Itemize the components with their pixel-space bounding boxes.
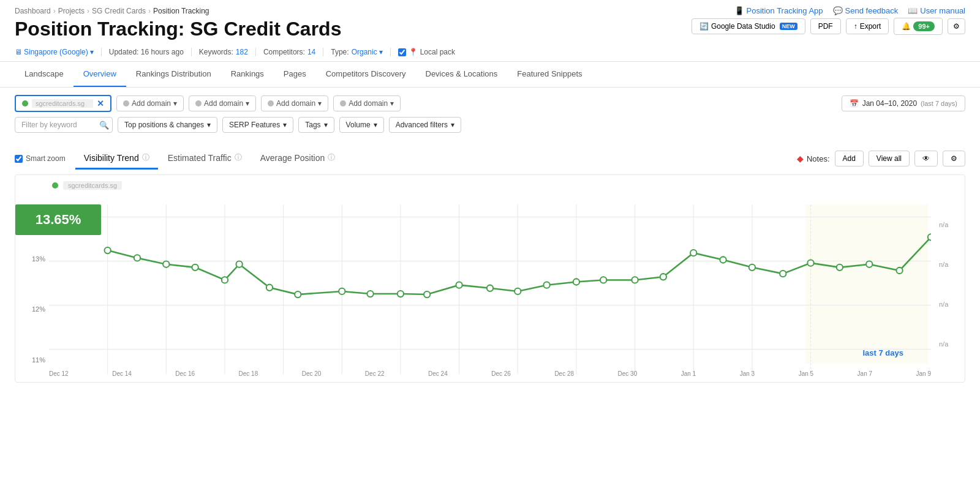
notes-label: ◆ Notes:: [797, 154, 830, 163]
serp-features-dropdown[interactable]: SERP Features ▾: [222, 117, 293, 133]
smart-zoom-checkbox[interactable]: [15, 155, 23, 163]
add-domain-dot-2: [195, 100, 202, 107]
breadcrumb-item-projects[interactable]: Projects: [58, 7, 85, 15]
top-actions: 📱 Position Tracking App 💬 Send feedback …: [734, 6, 965, 15]
tab-rankings[interactable]: Rankings: [221, 62, 274, 87]
pdf-button[interactable]: PDF: [810, 18, 841, 34]
y-label-13: 13%: [32, 255, 45, 263]
chart-tab-position[interactable]: Average Position ⓘ: [252, 148, 344, 170]
chart-tab-visibility[interactable]: Visibility Trend ⓘ: [75, 148, 158, 170]
notifications-button[interactable]: 🔔 99+: [894, 18, 943, 35]
tab-rankings-distribution[interactable]: Rankings Distribution: [126, 62, 221, 87]
settings-button[interactable]: ⚙: [948, 18, 965, 34]
chevron-down-icon-2: ▾: [246, 99, 249, 108]
volume-dropdown[interactable]: Volume ▾: [339, 117, 384, 133]
domain-remove-button[interactable]: ✕: [97, 99, 104, 108]
chevron-down-icon-4: ▾: [390, 99, 394, 108]
chart-tab-traffic[interactable]: Estimated Traffic ⓘ: [159, 148, 251, 170]
data-point: [134, 255, 140, 261]
chart-visibility-toggle[interactable]: 👁: [914, 151, 938, 166]
keyword-filter-wrap: 🔍: [15, 117, 113, 133]
add-domain-dot-1: [123, 100, 129, 107]
notes-add-button[interactable]: Add: [835, 151, 864, 166]
export-button[interactable]: ↑ Export: [846, 18, 889, 34]
x-label-jan3: Jan 3: [740, 370, 755, 377]
data-point: [896, 267, 902, 274]
position-info-icon[interactable]: ⓘ: [328, 152, 335, 163]
data-point: [222, 277, 228, 283]
tab-featured-snippets[interactable]: Featured Snippets: [507, 62, 592, 87]
data-point: [295, 291, 301, 297]
chart-section: Smart zoom Visibility Trend ⓘ Estimated …: [0, 140, 980, 390]
chart-header: Smart zoom Visibility Trend ⓘ Estimated …: [15, 148, 965, 170]
send-feedback-link[interactable]: 💬 Send feedback: [833, 6, 899, 15]
competitors-count[interactable]: 14: [307, 48, 315, 56]
tab-devices-locations[interactable]: Devices & Locations: [416, 62, 508, 87]
na-label-2: n/a: [939, 261, 948, 268]
tab-overview[interactable]: Overview: [74, 62, 126, 87]
keyword-input[interactable]: [15, 117, 113, 133]
x-label-dec24: Dec 24: [428, 370, 448, 377]
add-domain-button-2[interactable]: Add domain ▾: [189, 95, 256, 111]
chevron-down-icon: ▾: [374, 121, 377, 129]
smart-zoom-control: Smart zoom: [15, 154, 66, 163]
domain-text: sgcreditcards.sg: [32, 99, 93, 108]
add-domain-dot-4: [340, 100, 346, 107]
breadcrumb-item-dashboard[interactable]: Dashboard: [15, 7, 51, 15]
type-link[interactable]: Organic ▾: [352, 48, 383, 56]
chart-right-controls: ◆ Notes: Add View all 👁 ⚙: [797, 151, 965, 166]
toolbar-right: 🔄 Google Data Studio NEW PDF ↑ Export 🔔 …: [692, 18, 965, 35]
traffic-info-icon[interactable]: ⓘ: [235, 152, 242, 163]
data-point: [236, 261, 242, 267]
domain-chip-active[interactable]: sgcreditcards.sg ✕: [15, 95, 111, 112]
data-point: [163, 261, 169, 267]
location-link[interactable]: 🖥 Singapore (Google) ▾: [15, 48, 94, 56]
keywords-count[interactable]: 182: [236, 48, 248, 56]
meta-location: 🖥 Singapore (Google) ▾: [15, 48, 102, 56]
legend-dot: [52, 182, 58, 189]
data-point: [339, 288, 345, 294]
x-label-jan9: Jan 9: [916, 370, 931, 377]
local-pack-checkbox[interactable]: [398, 48, 406, 56]
chevron-down-icon: ▾: [283, 121, 287, 129]
y-label-12: 12%: [32, 305, 45, 313]
bell-icon: 🔔: [902, 22, 911, 31]
chevron-down-icon: ▾: [90, 48, 94, 56]
visibility-info-icon[interactable]: ⓘ: [142, 152, 149, 163]
google-data-studio-button[interactable]: 🔄 Google Data Studio NEW: [692, 18, 805, 34]
tab-competitors-discovery[interactable]: Competitors Discovery: [316, 62, 416, 87]
data-point: [720, 256, 726, 263]
breadcrumb-sep-3: ›: [148, 7, 151, 15]
tags-dropdown[interactable]: Tags ▾: [298, 117, 334, 133]
breadcrumb-item-sgcreditcards[interactable]: SG Credit Cards: [92, 7, 146, 15]
tab-landscape[interactable]: Landscape: [15, 62, 74, 87]
na-label-3: n/a: [939, 301, 948, 308]
date-range-button[interactable]: 📅 Jan 04–10, 2020 (last 7 days): [842, 95, 965, 111]
user-manual-link[interactable]: 📖 User manual: [908, 6, 965, 15]
x-label-jan1: Jan 1: [681, 370, 696, 377]
data-point: [514, 288, 521, 294]
na-labels: n/a n/a n/a n/a: [934, 204, 965, 364]
filter-domains: sgcreditcards.sg ✕ Add domain ▾ Add doma…: [15, 95, 401, 112]
position-tracking-app-link[interactable]: 📱 Position Tracking App: [734, 6, 823, 15]
data-point: [600, 277, 606, 283]
top-positions-dropdown[interactable]: Top positions & changes ▾: [118, 117, 217, 133]
notification-count: 99+: [913, 21, 935, 31]
gds-icon: 🔄: [699, 22, 709, 31]
chart-settings-button[interactable]: ⚙: [943, 151, 965, 166]
notes-view-all-button[interactable]: View all: [869, 151, 910, 166]
chart-legend: sgcreditcards.sg: [52, 181, 122, 190]
page-title: Position Tracking: SG Credit Cards: [15, 18, 341, 40]
meta-type: Type: Organic ▾: [323, 48, 390, 56]
tab-pages[interactable]: Pages: [274, 62, 316, 87]
search-icon[interactable]: 🔍: [99, 121, 109, 130]
add-domain-dot-3: [268, 100, 274, 107]
chevron-down-icon-3: ▾: [318, 99, 322, 108]
x-axis-labels: Dec 12 Dec 14 Dec 16 Dec 18 Dec 20 Dec 2…: [49, 370, 931, 377]
meta-local-pack: 📍 Local pack: [391, 48, 462, 56]
add-domain-button-4[interactable]: Add domain ▾: [333, 95, 401, 111]
add-domain-button-3[interactable]: Add domain ▾: [261, 95, 328, 111]
add-domain-button-1[interactable]: Add domain ▾: [116, 95, 184, 111]
x-label-jan5: Jan 5: [799, 370, 813, 377]
advanced-filters-dropdown[interactable]: Advanced filters ▾: [389, 117, 461, 133]
